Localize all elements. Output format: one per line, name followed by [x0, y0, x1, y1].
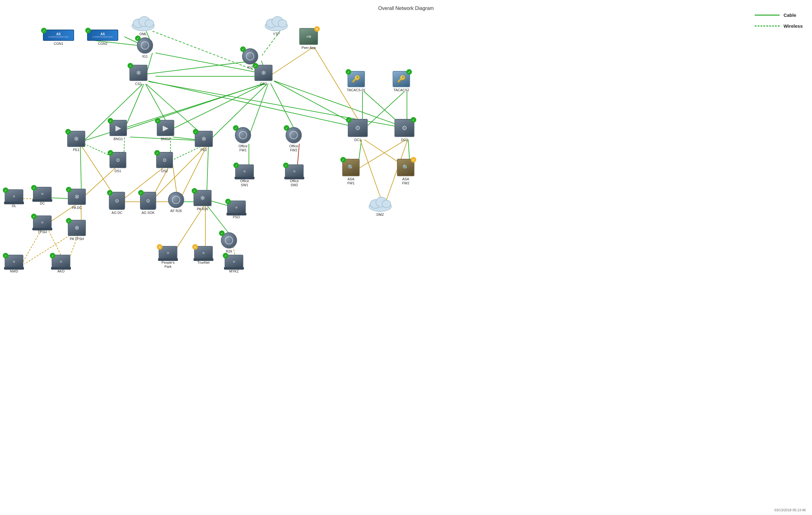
cable-label: Cable — [783, 12, 796, 18]
ds1-status: ✓ — [108, 150, 113, 156]
office-fw1-status: ✓ — [233, 125, 239, 131]
svg-point-80 — [382, 200, 391, 208]
dmz-label: DMZ — [376, 213, 384, 217]
tpsh-label: TPSH — [38, 230, 47, 234]
pe2-label: PE2 — [201, 148, 207, 152]
node-ds1: ✓ ⚙ DS1 — [110, 152, 126, 173]
ag-dc-label: AG DC — [112, 211, 123, 215]
dl-status: ✓ — [3, 187, 8, 193]
pe2-status: ✓ — [193, 129, 199, 135]
office-fw2-label: OfficeFW2 — [289, 144, 298, 152]
legend-cable: Cable — [755, 12, 803, 18]
office-sw2-label: OfficeSW2 — [290, 179, 299, 187]
node-dc: ✓ ≡ DC — [33, 187, 52, 206]
cable-line-icon — [755, 15, 780, 16]
pso-status: ✓ — [225, 199, 231, 204]
truenet-label: TrueNet — [197, 261, 209, 265]
cs1-status: ✓ — [127, 63, 133, 69]
dc-label: DC — [40, 201, 45, 206]
svg-line-65 — [272, 47, 313, 74]
node-tacacs01: ✓ 🔑 TACACS-01 — [347, 71, 366, 92]
wireless-line-icon — [755, 26, 780, 26]
page-title: Overall Network Diagram — [378, 6, 434, 11]
ytp-label: YTP — [273, 32, 279, 36]
tacacs01-label: TACACS-01 — [347, 88, 366, 92]
node-pa-dc: ✓ ❄ PA DC — [68, 189, 86, 210]
ag-sok-label: AG SOK — [142, 211, 155, 215]
node-office-sw1: ✓ ≡ OfficeSW1 — [235, 164, 254, 187]
peoples-park-label: People'sPark — [162, 261, 175, 269]
node-dc2: ✓ ⚙ DC2 — [395, 119, 414, 142]
node-peer-app: ✕ ⇒ Peer App — [299, 28, 318, 50]
cgn2-status: ✓ — [85, 28, 91, 33]
legend-wireless: Wireless — [755, 23, 803, 29]
node-ds2: ✓ ⚙ DS2 — [156, 152, 173, 173]
ako-status: ✓ — [50, 253, 55, 259]
ds2-label: DS2 — [161, 169, 168, 173]
svg-line-12 — [124, 84, 144, 129]
cloud-dmz-icon — [368, 195, 393, 212]
node-truenet: ✕ ≡ TrueNet — [194, 246, 213, 265]
asa-fw1-status: ✓ — [340, 157, 346, 163]
dc1-label: DC1 — [354, 138, 361, 142]
node-ytp: YTP — [264, 14, 289, 36]
dc2-status: ✓ — [411, 117, 416, 123]
dl-label: DL — [12, 204, 16, 208]
node-office-fw2: ✓ OfficeFW2 — [286, 127, 302, 152]
peer-app-status: ✕ — [314, 26, 320, 32]
office-fw1-label: OfficeFW1 — [239, 144, 248, 152]
node-cs1: ✓ ❄ CS1 — [129, 65, 147, 86]
peoples-park-status: ✕ — [157, 244, 163, 250]
pa-tpsh-label: PA TPSH — [70, 237, 84, 241]
office-sw1-status: ✓ — [233, 163, 239, 168]
node-asa-fw1: ✓ 🔍 ASAFW1 — [342, 159, 360, 185]
bng2-status: ✓ — [155, 118, 161, 124]
node-bng2: ✓ ▶ BNG2 — [157, 120, 174, 141]
node-af-r26: AF R26 — [168, 192, 184, 213]
cs1-label: CS1 — [135, 82, 142, 86]
cgn1-icon: AS CONFIGURATION — [43, 30, 74, 41]
ako-label: AKO — [57, 269, 64, 273]
node-bng1: ✓ ▶ BNG1 — [110, 120, 127, 141]
af-r26-label: AF R26 — [170, 209, 182, 213]
pa-tpsh-status: ✓ — [66, 218, 71, 223]
ag-dc-status: ✓ — [107, 190, 113, 195]
svg-line-5 — [146, 61, 255, 74]
cloud-ytp-icon — [264, 14, 289, 31]
cgn2-label: CGN2 — [98, 42, 108, 46]
node-peoples-park: ✕ ≡ People'sPark — [159, 246, 177, 269]
svg-point-72 — [145, 20, 154, 27]
ig2-status: ✓ — [240, 46, 246, 52]
cloud-oml-icon — [130, 14, 155, 31]
cs2-label: CS2 — [260, 82, 267, 86]
asa-fw2-status: ✕ — [411, 157, 416, 163]
node-pa-r26: ✓ ❄ PA R26 — [194, 190, 211, 211]
node-r26: ✓ R26 — [221, 232, 237, 253]
tacacs2-label: TACACS2 — [394, 88, 409, 92]
pso-label: PSO — [233, 215, 240, 219]
node-nwd: ✓ ≡ NWD — [5, 255, 23, 273]
nwd-status: ✓ — [3, 253, 8, 259]
pa-dc-label: PA DC — [72, 206, 82, 210]
bng1-status: ✓ — [108, 118, 113, 124]
oml-label: OML — [139, 32, 147, 36]
svg-line-19 — [274, 81, 408, 128]
pa-r26-status: ✓ — [192, 188, 197, 194]
nwd-label: NWD — [10, 269, 18, 273]
svg-line-16 — [249, 83, 268, 136]
legend: Cable Wireless — [755, 12, 803, 29]
svg-line-14 — [126, 83, 264, 129]
node-mykz: ✓ ≡ MYKZ — [225, 255, 243, 273]
ig1-label: IG1 — [142, 54, 148, 58]
bng1-label: BNG1 — [114, 137, 123, 141]
dc2-label: DC2 — [401, 138, 408, 142]
dc1-status: ✓ — [346, 117, 352, 123]
cgn1-label: CGN1 — [54, 42, 63, 46]
tacacs01-status: ✓ — [346, 69, 351, 75]
timestamp: 03/13/2018 05:13:46 — [774, 508, 806, 512]
pe1-status: ✓ — [65, 129, 71, 135]
asa-fw1-label: ASAFW1 — [347, 177, 354, 185]
node-ag-dc: ✓ ⚙ AG DC — [109, 192, 125, 215]
cgn2-icon: AS CONFIGURATION — [87, 30, 118, 41]
node-ag-sok: ✓ ⚙ AG SOK — [140, 192, 156, 215]
